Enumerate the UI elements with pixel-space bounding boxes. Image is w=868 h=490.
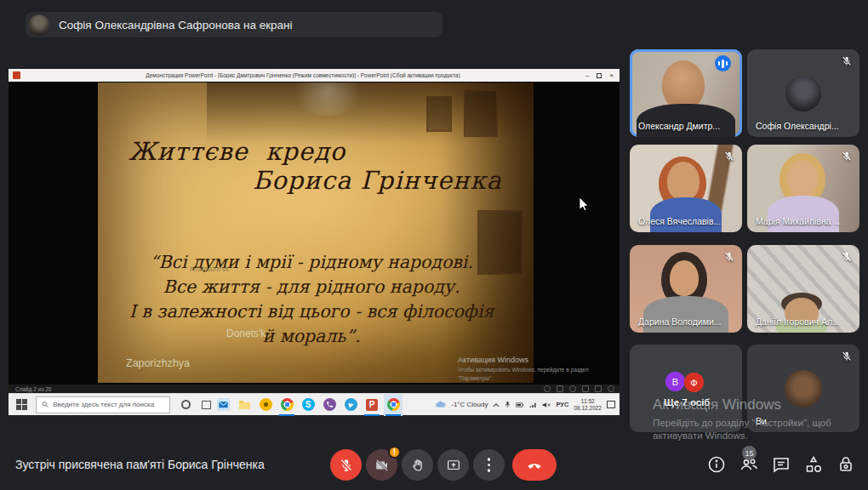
search-input [53,401,164,408]
mic-off-icon [723,251,735,263]
avatar-letter: В [665,372,685,391]
more-slideshow-options-icon [608,385,614,392]
show-all-slides-icon [595,385,602,392]
participant-tile[interactable]: Олеся Вячеславів... [630,145,742,232]
participant-tile[interactable]: Марія Михайлівна ... [747,145,859,232]
avatar [785,76,821,111]
mic-off-icon [841,55,853,67]
presenting-banner-label: Софія Олександрівна Сафронова на екрані [59,19,293,31]
tray-expand-icon [493,402,500,407]
call-controls: ! [330,449,557,481]
file-explorer-icon [235,394,254,416]
clock: 11:52 08.12.2022 [574,398,602,411]
people-button[interactable]: 15 [739,454,759,475]
raise-hand-button[interactable] [402,449,433,481]
tray-mic-icon [505,401,511,408]
activities-button[interactable] [803,454,824,475]
viber-icon [320,394,339,416]
portrait-frame [426,96,452,132]
avatar-letter: Ф [684,373,704,392]
start-button-icon [16,399,27,410]
participant-tile-overflow[interactable]: В Ф Ще 7 осіб [630,345,742,432]
slide-quote: “Всі думи і мрії - рідному народові. Все… [98,250,525,349]
mic-off-icon [841,350,853,362]
participant-tile[interactable]: Софія Олександрі... [747,49,859,137]
participant-tile-self[interactable]: Ви [747,345,859,432]
powerpoint-titlebar: Демонстрация PowerPoint - [Борис Дмитров… [9,69,620,82]
map-label: Zaporizhzhya [126,357,190,369]
telegram-icon [341,394,360,416]
chrome-active-icon [384,394,403,416]
map-label: Donets'k [226,328,266,339]
info-icon [706,454,727,475]
weather-text: -1°C Cloudy [451,401,488,408]
more-vertical-icon [488,458,491,472]
minimize-icon: – [585,71,589,79]
slide: Життєве кредо Бориса Грінченка “Всі думи… [98,83,534,383]
presenter-toolbar [544,385,614,392]
windows-taskbar: S P -1°C Cloudy РУС 11:52 08.12.2022 [9,393,620,415]
language-indicator: РУС [556,401,568,408]
chat-icon [771,454,791,475]
tray-date: 08.12.2022 [574,405,602,412]
participant-tile[interactable]: Олександр Дмитр... [630,49,742,137]
mic-button[interactable] [330,449,362,481]
close-icon: × [609,71,614,79]
powerpoint-app-icon [13,71,20,79]
screen-share-view: Демонстрация PowerPoint - [Борис Дмитров… [9,69,620,415]
activities-icon [803,454,824,475]
cortana-icon [181,400,191,409]
slide-nav-icon [557,385,563,392]
slideshow-area: Життєве кредо Бориса Грінченка “Всі думи… [9,82,620,385]
hand-icon [410,458,425,473]
call-end-icon [526,457,543,474]
powerpoint-statusbar: Слайд 2 из 20 [9,385,620,393]
chat-button[interactable] [771,454,791,475]
participant-tile[interactable]: Дарина Володими... [630,245,742,333]
action-center-icon [607,401,615,408]
weather-cloud-icon [435,401,446,408]
participant-name: Марія Михайлівна ... [756,216,841,226]
info-button[interactable] [706,454,727,475]
slide-counter: Слайд 2 из 20 [15,386,544,392]
avatar [785,370,822,407]
camera-button[interactable]: ! [366,449,397,481]
present-button[interactable] [437,449,469,481]
participant-name: Софія Олександрі... [756,121,839,131]
participant-tile[interactable]: Даніїл Ігорович Ал... [747,245,859,333]
participant-name: Олеся Вячеславів... [638,216,721,226]
host-controls-button[interactable] [836,454,856,475]
more-options-button[interactable] [473,449,505,481]
tray-time: 11:52 [574,398,602,405]
end-call-button[interactable] [512,449,557,481]
tray-network-icon [529,402,537,408]
audio-speaking-icon [715,55,731,71]
tray-volume-muted-icon [542,402,551,408]
mouse-cursor [579,197,589,211]
portrait-frame [464,89,498,137]
present-screen-icon [446,458,461,473]
next-slide-icon [569,385,576,392]
quote-line: “Всі думи і мрії - рідному народові. [98,250,525,275]
system-tray: -1°C Cloudy РУС 11:52 08.12.2022 [435,398,615,411]
chrome-icon [277,394,296,416]
powerpoint-taskbar-icon: P [363,394,381,416]
powerpoint-window-title: Демонстрация PowerPoint - [Борис Дмитров… [20,72,585,78]
lock-icon [836,454,856,475]
quote-line: й мораль”. [98,324,525,349]
maximize-icon [597,73,602,78]
mic-off-icon [841,251,853,263]
participant-name: Даніїл Ігорович Ал... [756,316,840,327]
mic-off-icon [723,151,735,162]
mail-icon [214,394,232,416]
camera-warning-badge: ! [388,446,401,459]
more-people-label: Ще 7 осіб [664,397,710,407]
search-icon [42,401,49,408]
participant-name: Ви [756,416,767,426]
slide-title-line1: Життєве кредо [128,137,345,166]
participant-name: Дарина Володими... [638,316,722,327]
skype-icon: S [299,394,317,416]
quote-line: І в залежності від цього - вся філософія [98,299,525,324]
mic-off-icon [841,151,853,162]
window-controls: – × [585,71,614,79]
